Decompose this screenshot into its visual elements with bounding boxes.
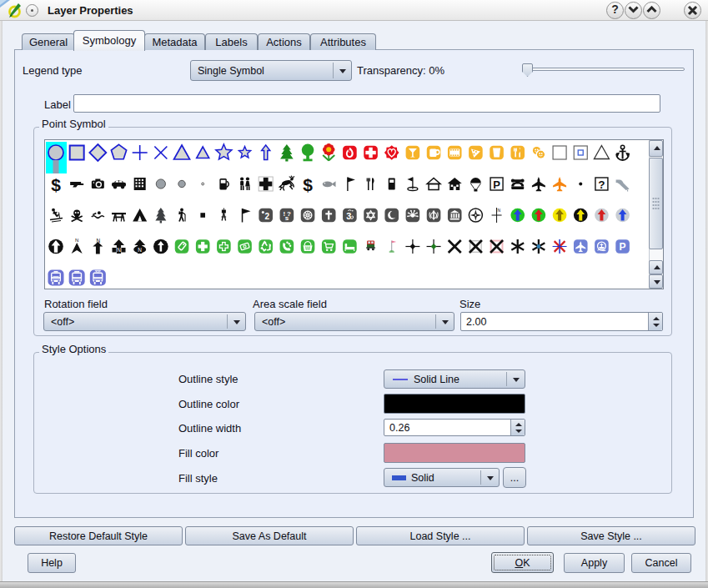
svg-text:?: ?: [598, 178, 605, 191]
svg-text:N: N: [75, 238, 78, 243]
svg-text:$: $: [303, 175, 313, 194]
svg-text:P: P: [493, 178, 500, 191]
svg-text:N: N: [498, 208, 501, 213]
svg-text:N: N: [117, 247, 121, 253]
svg-text:s: s: [285, 214, 289, 222]
svg-text:N: N: [138, 247, 142, 253]
svg-text:3: 3: [346, 211, 351, 221]
svg-text:P: P: [620, 241, 626, 253]
svg-text:2: 2: [264, 212, 269, 221]
svg-text:$: $: [51, 175, 61, 194]
